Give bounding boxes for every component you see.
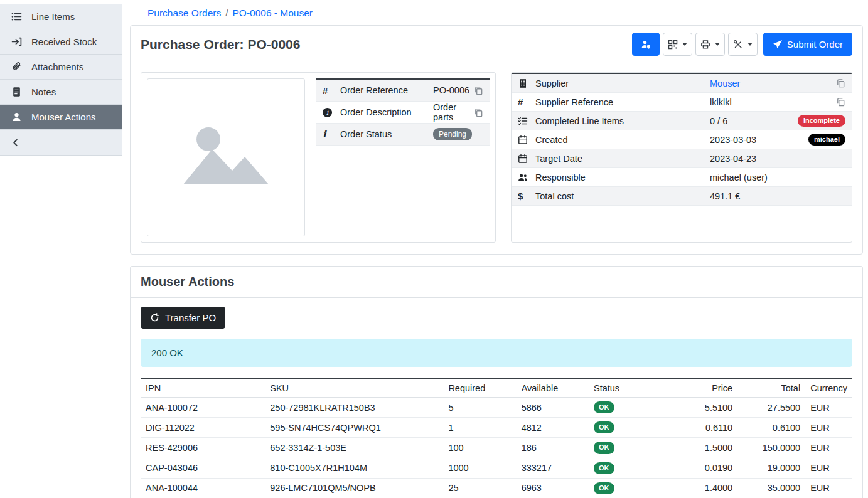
target-date-value: 2023-04-23 [710, 154, 756, 164]
detail-row-order-description: i Order Description Order parts [316, 102, 490, 124]
calendar-icon [518, 154, 535, 164]
breadcrumb-link-purchase-orders[interactable]: Purchase Orders [147, 8, 221, 18]
submit-order-button[interactable]: Submit Order [763, 33, 852, 56]
cell-status: OK [589, 478, 670, 498]
cell-currency: EUR [805, 458, 852, 478]
cell-total: 19.0000 [737, 458, 805, 478]
ok-badge: OK [594, 442, 614, 453]
detail-row-order-status: i Order Status Pending [316, 124, 490, 146]
cell-sku: 926-LMC7101QM5/NOPB [265, 478, 443, 498]
detail-label: Supplier [535, 78, 710, 88]
sidebar-item-received-stock[interactable]: Received Stock [0, 29, 122, 55]
cell-required: 5 [443, 398, 516, 418]
created-by-badge: michael [808, 134, 845, 146]
order-header: Purchase Order: PO-0006 [131, 26, 862, 63]
cell-total: 150.0000 [737, 438, 805, 458]
cell-sku: 250-72981KLRATR150B3 [265, 398, 443, 418]
sidebar-item-label: Received Stock [31, 36, 97, 47]
sidebar-item-label: Mouser Actions [31, 112, 96, 122]
order-toolbar: Submit Order [632, 33, 852, 56]
order-details-table: # Order Reference PO-0006 i Order Descri… [316, 78, 490, 146]
cell-required: 25 [443, 478, 516, 498]
detail-label: Order Reference [340, 85, 433, 95]
order-details-section: # Order Reference PO-0006 i Order Descri… [131, 63, 862, 254]
cell-total: 0.6100 [737, 418, 805, 438]
cell-total: 27.5500 [737, 398, 805, 418]
page-title: Purchase Order: PO-0006 [141, 37, 300, 52]
cell-available: 186 [517, 438, 589, 458]
app-root: Line Items Received Stock Attachments No… [0, 0, 868, 498]
notes-icon [11, 87, 22, 97]
order-actions-button[interactable] [728, 33, 758, 56]
refresh-icon [150, 313, 159, 322]
supplier-link[interactable]: Mouser [710, 78, 740, 88]
parts-table: IPN SKU Required Available Status Price … [141, 378, 852, 498]
sidebar-item-notes[interactable]: Notes [0, 80, 122, 105]
breadcrumb-link-current-order[interactable]: PO-0006 - Mouser [232, 8, 313, 18]
table-row: RES-429006 652-3314Z-1-503E 100 186 OK 1… [141, 438, 852, 458]
detail-row-supplier: Supplier Mouser [512, 74, 852, 93]
list-icon [11, 11, 22, 22]
cell-ipn: ANA-100072 [141, 398, 265, 418]
copy-icon[interactable] [474, 86, 483, 95]
breadcrumb: Purchase Orders/PO-0006 - Mouser [130, 4, 863, 25]
sidebar-item-label: Attachments [31, 61, 83, 72]
supplier-info-panel: Supplier Mouser # Supplier Reference lkl… [511, 72, 852, 243]
info-circle-icon: i [323, 108, 340, 117]
cell-total: 35.0000 [737, 478, 805, 498]
breadcrumb-separator: / [225, 8, 228, 18]
cell-required: 1 [443, 418, 516, 438]
cell-status: OK [589, 418, 670, 438]
print-button[interactable] [695, 33, 725, 56]
col-total: Total [737, 379, 805, 398]
cell-ipn: DIG-112022 [141, 418, 265, 438]
sidebar-item-attachments[interactable]: Attachments [0, 55, 122, 80]
detail-row-total-cost: $ Total cost 491.1 € [512, 187, 852, 206]
cell-available: 4812 [517, 418, 589, 438]
copy-icon[interactable] [474, 108, 483, 117]
main-content: Purchase Orders/PO-0006 - Mouser Purchas… [122, 0, 868, 498]
cell-available: 333217 [517, 458, 589, 478]
total-cost-value: 491.1 € [710, 191, 740, 201]
detail-label: Supplier Reference [535, 97, 710, 107]
detail-label: Target Date [535, 154, 710, 164]
qrcode-icon [668, 40, 678, 50]
hash-icon: # [518, 97, 535, 107]
paper-plane-icon [773, 40, 783, 50]
table-row: ANA-100072 250-72981KLRATR150B3 5 5866 O… [141, 398, 852, 418]
order-image-placeholder [147, 78, 305, 236]
detail-row-supplier-reference: # Supplier Reference lklklkl [512, 93, 852, 112]
cell-sku: 810-C1005X7R1H104M [265, 458, 443, 478]
cell-available: 6963 [517, 478, 589, 498]
sidebar-item-mouser-actions[interactable]: Mouser Actions [0, 105, 122, 130]
hash-icon: # [323, 85, 340, 96]
copy-icon[interactable] [836, 78, 845, 88]
cell-currency: EUR [805, 398, 852, 418]
detail-row-created: Created 2023-03-03 michael [512, 130, 852, 149]
cell-status: OK [589, 458, 670, 478]
cell-sku: 595-SN74HCS74QPWRQ1 [265, 418, 443, 438]
sidebar-item-line-items[interactable]: Line Items [0, 4, 122, 29]
receive-stock-icon [11, 36, 22, 47]
admin-user-button[interactable] [632, 33, 660, 56]
table-row: DIG-112022 595-SN74HCS74QPWRQ1 1 4812 OK… [141, 418, 852, 438]
copy-icon[interactable] [836, 97, 845, 107]
cell-ipn: RES-429006 [141, 438, 265, 458]
cell-price: 5.5100 [670, 398, 737, 418]
detail-label: Created [535, 135, 710, 145]
incomplete-badge: Incomplete [798, 115, 845, 127]
transfer-po-label: Transfer PO [165, 312, 216, 323]
sidebar-collapse-button[interactable] [0, 130, 122, 155]
responsible-value: michael (user) [710, 172, 768, 183]
cell-price: 1.4000 [670, 478, 737, 498]
user-icon [11, 112, 22, 122]
detail-label: Responsible [535, 172, 710, 183]
order-reference-value: PO-0006 [433, 85, 469, 95]
cell-required: 100 [443, 438, 516, 458]
barcode-actions-button[interactable] [663, 33, 692, 56]
cell-currency: EUR [805, 418, 852, 438]
order-description-value: Order parts [433, 102, 474, 122]
transfer-po-button[interactable]: Transfer PO [141, 307, 225, 329]
cell-available: 5866 [517, 398, 589, 418]
created-date-value: 2023-03-03 [710, 135, 756, 145]
